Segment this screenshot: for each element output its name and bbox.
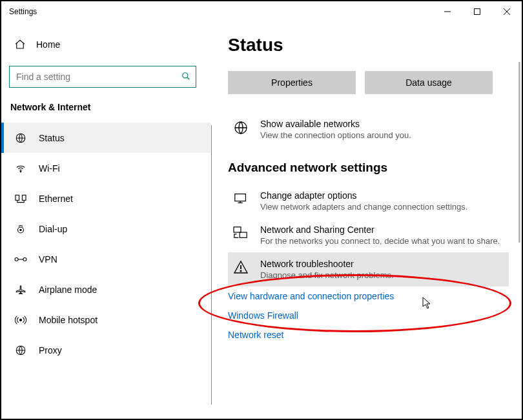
option-title: Show available networks xyxy=(260,119,411,129)
warning-icon xyxy=(232,259,250,274)
titlebar: Settings xyxy=(1,1,522,22)
sidebar-item-airplane[interactable]: Airplane mode xyxy=(1,274,210,305)
adapter-icon xyxy=(232,190,250,206)
airplane-icon xyxy=(14,284,27,295)
svg-point-8 xyxy=(15,257,18,261)
svg-rect-15 xyxy=(240,232,247,237)
properties-button[interactable]: Properties xyxy=(228,71,356,94)
sidebar-item-label: Airplane mode xyxy=(39,285,97,295)
svg-point-10 xyxy=(20,319,22,321)
sidebar-item-hotspot[interactable]: Mobile hotspot xyxy=(1,305,210,335)
svg-point-16 xyxy=(240,270,241,272)
sidebar-item-dialup[interactable]: Dial-up xyxy=(1,214,210,244)
option-title: Change adapter options xyxy=(260,190,467,201)
nav-list: Status Wi-Fi Ethernet xyxy=(1,123,210,365)
close-button[interactable] xyxy=(492,1,522,21)
option-subtitle: View the connection options around you. xyxy=(260,130,411,140)
search-container xyxy=(9,66,200,88)
option-title: Network and Sharing Center xyxy=(260,225,500,235)
main-panel: Status Properties Data usage Show availa… xyxy=(211,22,522,417)
hardware-link[interactable]: View hardware and connection properties xyxy=(228,286,509,306)
globe-icon xyxy=(232,119,250,135)
dialup-icon xyxy=(14,223,27,235)
sidebar-item-status[interactable]: Status xyxy=(1,123,210,153)
sidebar-item-label: Proxy xyxy=(39,345,62,355)
sidebar-item-ethernet[interactable]: Ethernet xyxy=(1,183,210,214)
ethernet-icon xyxy=(14,194,27,204)
sidebar-item-label: Mobile hotspot xyxy=(39,315,97,325)
sidebar-item-proxy[interactable]: Proxy xyxy=(1,335,210,365)
sidebar-item-label: Status xyxy=(39,133,65,143)
svg-rect-4 xyxy=(15,195,19,200)
content-area: Home Network & Internet Status xyxy=(1,22,522,417)
home-icon xyxy=(14,39,26,50)
reset-link[interactable]: Network reset xyxy=(228,325,509,345)
settings-window: Settings Home xyxy=(0,0,523,420)
minimize-icon xyxy=(444,8,451,15)
wifi-icon xyxy=(14,163,27,174)
sidebar-item-wifi[interactable]: Wi-Fi xyxy=(1,153,210,183)
category-header: Network & Internet xyxy=(1,102,210,123)
vpn-icon xyxy=(14,255,27,264)
sidebar-item-label: Ethernet xyxy=(39,194,73,204)
svg-point-9 xyxy=(23,257,26,261)
sharing-center-option[interactable]: Network and Sharing Center For the netwo… xyxy=(228,218,509,252)
option-subtitle: For the networks you connect to, decide … xyxy=(260,236,500,246)
sidebar-item-label: Dial-up xyxy=(39,224,67,234)
action-buttons: Properties Data usage xyxy=(228,71,509,94)
sidebar-item-label: VPN xyxy=(39,254,57,265)
sidebar-item-vpn[interactable]: VPN xyxy=(1,244,210,274)
window-controls xyxy=(433,1,522,21)
option-subtitle: Diagnose and fix network problems. xyxy=(260,270,394,280)
svg-rect-13 xyxy=(235,194,246,201)
change-adapter-option[interactable]: Change adapter options View network adap… xyxy=(228,184,509,218)
home-label: Home xyxy=(36,39,60,50)
scrollbar-thumb[interactable] xyxy=(518,62,520,243)
maximize-button[interactable] xyxy=(462,1,492,21)
search-box[interactable] xyxy=(9,66,196,88)
main-left-divider xyxy=(211,125,212,405)
proxy-icon xyxy=(14,345,27,356)
minimize-button[interactable] xyxy=(433,1,462,21)
option-subtitle: View network adapters and change connect… xyxy=(260,202,467,212)
show-networks-option[interactable]: Show available networks View the connect… xyxy=(228,112,509,146)
page-title: Status xyxy=(228,35,509,55)
maximize-icon xyxy=(474,8,480,15)
search-input[interactable] xyxy=(15,71,181,83)
sidebar: Home Network & Internet Status xyxy=(1,22,211,417)
svg-rect-14 xyxy=(234,227,241,232)
advanced-header: Advanced network settings xyxy=(228,161,509,175)
firewall-link[interactable]: Windows Firewall xyxy=(228,306,509,325)
option-title: Network troubleshooter xyxy=(260,259,394,269)
svg-point-3 xyxy=(20,171,21,172)
hotspot-icon xyxy=(14,314,27,326)
data-usage-button[interactable]: Data usage xyxy=(365,71,493,94)
home-nav[interactable]: Home xyxy=(1,34,210,55)
search-icon xyxy=(181,72,190,83)
sidebar-item-label: Wi-Fi xyxy=(39,163,60,174)
svg-rect-5 xyxy=(22,195,26,200)
close-icon xyxy=(504,8,510,15)
troubleshooter-option[interactable]: Network troubleshooter Diagnose and fix … xyxy=(228,252,509,286)
globe-icon xyxy=(14,132,27,144)
window-title: Settings xyxy=(9,7,37,16)
svg-point-1 xyxy=(183,72,188,77)
sharing-icon xyxy=(232,225,250,240)
svg-point-7 xyxy=(20,229,21,230)
svg-rect-0 xyxy=(475,8,480,14)
scrollbar[interactable] xyxy=(517,23,520,417)
